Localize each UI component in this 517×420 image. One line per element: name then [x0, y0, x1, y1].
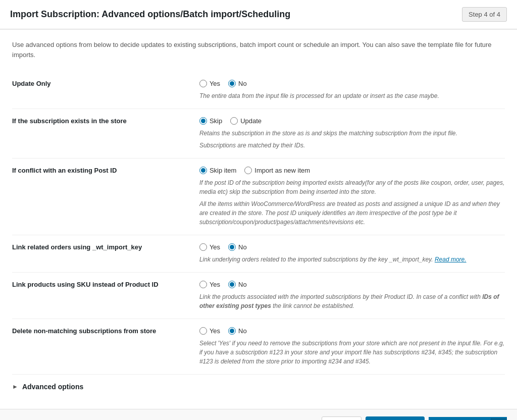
radio-input-conflict-post-id-import-as-new-item[interactable]	[244, 167, 252, 174]
import-schedule-main-button[interactable]: Import/Schedule	[429, 417, 491, 420]
option-control-link-sku: YesNoLink the products associated with t…	[199, 273, 505, 319]
option-control-link-import-key: YesNoLink underlying orders related to t…	[199, 235, 505, 273]
radio-label-conflict-post-id-skip-item[interactable]: Skip item	[199, 167, 236, 174]
option-label-delete-non-matching: Delete non-matching subscriptions from s…	[12, 319, 199, 375]
radio-text-link-sku: No	[238, 281, 247, 288]
radio-group-update-only: YesNo	[199, 80, 505, 87]
import-schedule-split-button: Import/Schedule ▼	[429, 417, 507, 420]
radio-label-conflict-post-id-import-as-new-item[interactable]: Import as new item	[244, 167, 310, 174]
radio-text-subscription-exists: Skip	[210, 117, 222, 125]
radio-label-delete-non-matching-no[interactable]: No	[228, 327, 247, 335]
advanced-options-section: ► Advanced options	[12, 374, 505, 399]
option-row: Link related orders using _wt_import_key…	[12, 235, 505, 273]
radio-text-link-import-key: Yes	[210, 243, 220, 251]
radio-group-link-import-key: YesNo	[199, 243, 505, 251]
radio-label-delete-non-matching-yes[interactable]: Yes	[199, 327, 220, 335]
radio-label-link-sku-yes[interactable]: Yes	[199, 281, 220, 288]
option-label-link-import-key: Link related orders using _wt_import_key	[12, 235, 199, 273]
radio-group-conflict-post-id: Skip itemImport as new item	[199, 167, 505, 174]
option-control-subscription-exists: SkipUpdateRetains the subscription in th…	[199, 109, 505, 159]
radio-input-link-sku-yes[interactable]	[199, 281, 207, 288]
radio-text-update-only: Yes	[210, 80, 220, 87]
radio-label-subscription-exists-skip[interactable]: Skip	[199, 117, 222, 125]
advanced-options-toggle[interactable]: ► Advanced options	[12, 383, 505, 391]
page-header: Import Subscription: Advanced options/Ba…	[0, 0, 517, 29]
radio-input-conflict-post-id-skip-item[interactable]	[199, 167, 207, 174]
option-label-update-only: Update Only	[12, 72, 199, 109]
option-label-subscription-exists: If the subscription exists in the store	[12, 109, 199, 159]
import-schedule-dropdown-button[interactable]: ▼	[491, 418, 507, 421]
read-more-link-link-import-key[interactable]: Read more.	[435, 256, 467, 263]
content-area: Use advanced options from below to decid…	[0, 29, 517, 409]
options-table: Update OnlyYesNoThe entire data from the…	[12, 72, 505, 374]
radio-text-conflict-post-id: Skip item	[210, 167, 236, 174]
radio-input-link-import-key-no[interactable]	[228, 243, 236, 251]
intro-text: Use advanced options from below to decid…	[12, 40, 505, 60]
option-row: If conflict with an existing Post IDSkip…	[12, 159, 505, 235]
radio-text-subscription-exists: Update	[240, 117, 262, 125]
radio-text-update-only: No	[238, 80, 247, 87]
radio-input-update-only-yes[interactable]	[199, 80, 207, 87]
radio-text-link-import-key: No	[238, 243, 247, 251]
radio-text-link-sku: Yes	[210, 281, 220, 288]
option-row: Update OnlyYesNoThe entire data from the…	[12, 72, 505, 109]
option-label-link-sku: Link products using SKU instead of Produ…	[12, 273, 199, 319]
option-description-link-import-key-0: Link underlying orders related to the im…	[199, 255, 505, 264]
step-badge: Step 4 of 4	[462, 7, 507, 22]
radio-label-subscription-exists-update[interactable]: Update	[230, 117, 262, 125]
option-description-conflict-post-id-0: If the post ID of the subscription being…	[199, 178, 505, 196]
option-row: Link products using SKU instead of Produ…	[12, 273, 505, 319]
chevron-right-icon: ►	[12, 383, 18, 390]
option-row: If the subscription exists in the storeS…	[12, 109, 505, 159]
radio-group-link-sku: YesNo	[199, 281, 505, 288]
radio-text-delete-non-matching: No	[238, 327, 247, 335]
radio-input-link-sku-no[interactable]	[228, 281, 236, 288]
radio-input-link-import-key-yes[interactable]	[199, 243, 207, 251]
radio-group-delete-non-matching: YesNo	[199, 327, 505, 335]
option-description-subscription-exists-0: Retains the subscription in the store as…	[199, 129, 505, 138]
radio-input-subscription-exists-skip[interactable]	[199, 117, 207, 125]
radio-input-subscription-exists-update[interactable]	[230, 117, 238, 125]
option-control-conflict-post-id: Skip itemImport as new itemIf the post I…	[199, 159, 505, 235]
option-control-delete-non-matching: YesNoSelect 'Yes' if you need to remove …	[199, 319, 505, 375]
option-description-link-sku-0: Link the products associated with the im…	[199, 292, 505, 310]
save-template-button[interactable]: Save template	[366, 416, 425, 420]
radio-label-link-import-key-no[interactable]: No	[228, 243, 247, 251]
option-label-conflict-post-id: If conflict with an existing Post ID	[12, 159, 199, 235]
radio-label-link-import-key-yes[interactable]: Yes	[199, 243, 220, 251]
radio-text-delete-non-matching: Yes	[210, 327, 220, 335]
radio-label-link-sku-no[interactable]: No	[228, 281, 247, 288]
option-row: Delete non-matching subscriptions from s…	[12, 319, 505, 375]
option-control-update-only: YesNoThe entire data from the input file…	[199, 72, 505, 109]
page-title: Import Subscription: Advanced options/Ba…	[10, 9, 290, 20]
radio-text-conflict-post-id: Import as new item	[254, 167, 310, 174]
radio-input-delete-non-matching-yes[interactable]	[199, 327, 207, 335]
back-button[interactable]: ❮ Back	[322, 416, 361, 420]
radio-input-update-only-no[interactable]	[228, 80, 236, 87]
option-description-subscription-exists-1: Subscriptions are matched by their IDs.	[199, 141, 505, 150]
radio-group-subscription-exists: SkipUpdate	[199, 117, 505, 125]
option-description-update-only-0: The entire data from the input file is p…	[199, 91, 505, 100]
option-description-conflict-post-id-1: All the items within WooCommerce/WordPre…	[199, 199, 505, 227]
radio-label-update-only-no[interactable]: No	[228, 80, 247, 87]
advanced-options-label: Advanced options	[22, 383, 83, 391]
footer-bar: ❮ Back Save template Import/Schedule ▼	[0, 409, 517, 420]
radio-label-update-only-yes[interactable]: Yes	[199, 80, 220, 87]
option-description-delete-non-matching-0: Select 'Yes' if you need to remove the s…	[199, 339, 505, 366]
radio-input-delete-non-matching-no[interactable]	[228, 327, 236, 335]
